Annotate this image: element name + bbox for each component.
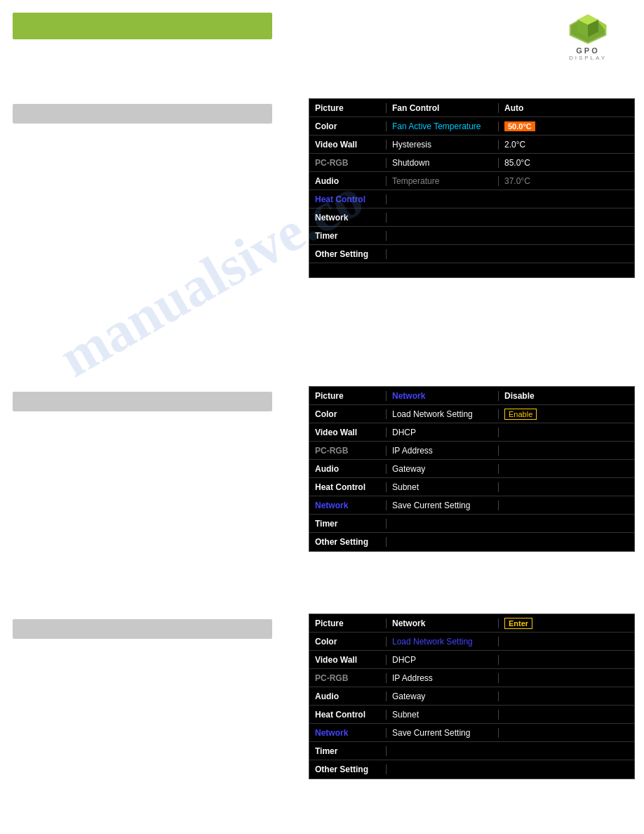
p1r5-right: 37.0°C xyxy=(499,176,634,186)
p1r1-left: Picture xyxy=(309,103,387,113)
p1r3-right: 2.0°C xyxy=(499,140,634,150)
p2r3-left: Video Wall xyxy=(309,428,387,437)
p2r7-mid: Save Current Setting xyxy=(387,501,499,510)
panel2-row-8: Timer xyxy=(309,515,634,533)
logo-brand: GPO xyxy=(576,46,599,55)
panel1-row-5: Audio Temperature 37.0°C xyxy=(309,172,634,190)
panel-3: Picture Network Enter Color Load Network… xyxy=(309,614,635,779)
p2r8-left: Timer xyxy=(309,519,387,529)
p3r6-left: Heat Control xyxy=(309,710,387,720)
p3r3-mid: DHCP xyxy=(387,655,499,665)
panel3-row-7: Network Save Current Setting xyxy=(309,724,634,742)
p3r1-right: Enter xyxy=(499,618,634,628)
panel1-row-4: PC-RGB Shutdown 85.0°C xyxy=(309,154,634,172)
panel3-row-3: Video Wall DHCP xyxy=(309,651,634,669)
panel1-row-2: Color Fan Active Temperature 50.0°C xyxy=(309,117,634,135)
p1r2-right: 50.0°C xyxy=(499,121,634,131)
gpo-logo-icon xyxy=(567,13,609,45)
p3r9-left: Other Setting xyxy=(309,764,387,774)
panel3-row-1: Picture Network Enter xyxy=(309,614,634,633)
p3r5-left: Audio xyxy=(309,691,387,701)
p1r1-mid: Fan Control xyxy=(387,103,499,113)
p1r2-badge: 50.0°C xyxy=(504,121,535,131)
p1r2-mid: Fan Active Temperature xyxy=(387,121,499,131)
panel2-row-7: Network Save Current Setting xyxy=(309,496,634,515)
p3r1-left: Picture xyxy=(309,618,387,628)
logo-sub: DISPLAY xyxy=(569,55,607,61)
p3r7-mid: Save Current Setting xyxy=(387,728,499,738)
panel-2: Picture Network Disable Color Load Netwo… xyxy=(309,386,635,552)
p1r1-right: Auto xyxy=(499,103,634,113)
p1r7-left: Network xyxy=(309,213,387,223)
p2r6-mid: Subnet xyxy=(387,482,499,492)
p3r3-left: Video Wall xyxy=(309,655,387,665)
panel3-row-5: Audio Gateway xyxy=(309,687,634,706)
p2r6-left: Heat Control xyxy=(309,482,387,492)
p3r4-mid: IP Address xyxy=(387,673,499,683)
p1r3-mid: Hysteresis xyxy=(387,140,499,150)
p1r4-left: PC-RGB xyxy=(309,158,387,168)
p3r1-badge: Enter xyxy=(504,618,532,629)
p1r4-right: 85.0°C xyxy=(499,158,634,168)
header-bar xyxy=(13,13,272,39)
panel2-row-3: Video Wall DHCP xyxy=(309,423,634,442)
p1r5-left: Audio xyxy=(309,176,387,186)
panel1-row-10 xyxy=(309,263,634,277)
logo-area: GPO DISPLAY xyxy=(553,13,623,62)
p1r8-left: Timer xyxy=(309,231,387,241)
p3r1-mid: Network xyxy=(387,618,499,628)
p3r2-left: Color xyxy=(309,637,387,647)
panel3-row-9: Other Setting xyxy=(309,760,634,779)
p2r3-mid: DHCP xyxy=(387,428,499,437)
panel1-row-7: Network xyxy=(309,208,634,227)
p2r2-right: Enable xyxy=(499,409,634,419)
section-bar-1 xyxy=(13,104,272,124)
p2r4-left: PC-RGB xyxy=(309,446,387,456)
p1r6-left: Heat Control xyxy=(309,194,387,204)
p1r5-mid: Temperature xyxy=(387,176,499,186)
panel2-row-5: Audio Gateway xyxy=(309,460,634,478)
p2r7-left: Network xyxy=(309,501,387,510)
p2r5-left: Audio xyxy=(309,464,387,474)
panel1-row-8: Timer xyxy=(309,227,634,245)
panel1-row-3: Video Wall Hysteresis 2.0°C xyxy=(309,135,634,154)
p2r5-mid: Gateway xyxy=(387,464,499,474)
panel3-row-8: Timer xyxy=(309,742,634,760)
panel1-row-1: Picture Fan Control Auto xyxy=(309,99,634,117)
p2r2-mid: Load Network Setting xyxy=(387,409,499,419)
panel-1: Picture Fan Control Auto Color Fan Activ… xyxy=(309,98,635,278)
panel2-row-4: PC-RGB IP Address xyxy=(309,442,634,460)
p3r5-mid: Gateway xyxy=(387,691,499,701)
p1r9-left: Other Setting xyxy=(309,249,387,259)
p1r2-left: Color xyxy=(309,121,387,131)
section-bar-2 xyxy=(13,392,272,411)
p2r1-right: Disable xyxy=(499,391,634,401)
p2r2-left: Color xyxy=(309,409,387,419)
p2r9-left: Other Setting xyxy=(309,537,387,547)
panel2-row-1: Picture Network Disable xyxy=(309,387,634,405)
p3r2-mid: Load Network Setting xyxy=(387,637,499,647)
p2r1-mid: Network xyxy=(387,391,499,401)
panel1-row-6: Heat Control xyxy=(309,190,634,208)
section-bar-3 xyxy=(13,619,272,639)
p2r4-mid: IP Address xyxy=(387,446,499,456)
p3r8-left: Timer xyxy=(309,746,387,756)
p2r1-left: Picture xyxy=(309,391,387,401)
p3r6-mid: Subnet xyxy=(387,710,499,720)
panel3-row-2: Color Load Network Setting xyxy=(309,633,634,651)
panel2-row-2: Color Load Network Setting Enable xyxy=(309,405,634,423)
panel3-row-6: Heat Control Subnet xyxy=(309,706,634,724)
p2r2-badge: Enable xyxy=(504,409,537,420)
p1r3-left: Video Wall xyxy=(309,140,387,150)
p3r7-left: Network xyxy=(309,728,387,738)
p3r4-left: PC-RGB xyxy=(309,673,387,683)
panel3-row-4: PC-RGB IP Address xyxy=(309,669,634,687)
panel1-row-9: Other Setting xyxy=(309,245,634,263)
panel2-row-6: Heat Control Subnet xyxy=(309,478,634,496)
panel2-row-9: Other Setting xyxy=(309,533,634,551)
p1r4-mid: Shutdown xyxy=(387,158,499,168)
